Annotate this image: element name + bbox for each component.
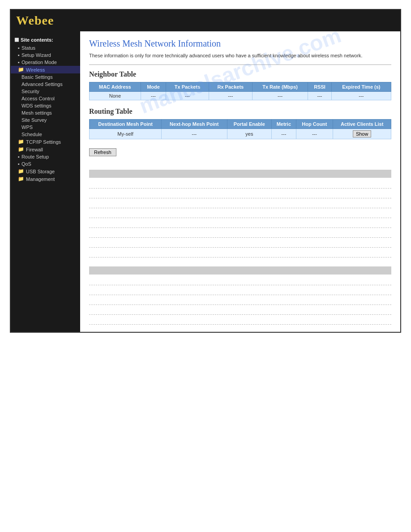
header-bar: Webee xyxy=(11,10,400,31)
line-row xyxy=(89,315,391,325)
line-row xyxy=(89,238,391,248)
line-row xyxy=(89,248,391,257)
neighbor-cell-rssi: --- xyxy=(308,92,331,100)
line-row xyxy=(89,198,391,208)
page-icon-operation: ▪ xyxy=(18,60,20,65)
folder-icon-usb: 📁 xyxy=(18,168,24,174)
neighbor-table-title: Neighbor Table xyxy=(89,70,391,78)
folder-icon-tcpip: 📁 xyxy=(18,139,24,145)
neighbor-col-tx-packets: Tx Packets xyxy=(166,82,209,92)
table-row: None --- --- --- --- --- --- xyxy=(90,92,391,100)
bottom-lines-section-1 xyxy=(89,170,391,257)
routing-col-metric: Metric xyxy=(272,120,296,129)
sidebar-item-access-control[interactable]: Access Control xyxy=(11,95,80,102)
folder-icon-firewall: 📁 xyxy=(18,146,24,152)
neighbor-col-expired: Expired Time (s) xyxy=(331,82,391,92)
sidebar-item-management[interactable]: 📁 Management xyxy=(11,175,80,183)
logo: Webee xyxy=(16,13,54,28)
neighbor-cell-tx-rate: --- xyxy=(252,92,308,100)
sidebar-item-usb-storage[interactable]: 📁 USB Storage xyxy=(11,167,80,175)
sidebar-item-operation-mode[interactable]: ▪ Operation Mode xyxy=(11,59,80,66)
neighbor-col-mode: Mode xyxy=(141,82,166,92)
folder-icon-wireless: 📁 xyxy=(18,67,24,73)
routing-col-active-clients: Active Clients List xyxy=(333,120,391,129)
main-content: manualsarchive.com Wireless Mesh Network… xyxy=(80,31,400,332)
sidebar-item-mesh-settings[interactable]: Mesh settings xyxy=(11,109,80,116)
sidebar-item-wps[interactable]: WPS xyxy=(11,124,80,131)
line-row xyxy=(89,228,391,238)
sidebar-item-security[interactable]: Security xyxy=(11,88,80,95)
section-divider xyxy=(89,64,391,65)
routing-cell-hopcount: --- xyxy=(296,129,333,139)
sidebar-item-schedule[interactable]: Schedule xyxy=(11,131,80,138)
routing-table: Destination Mesh Point Next-hop Mesh Poi… xyxy=(89,119,391,139)
routing-col-portal: Portal Enable xyxy=(227,120,272,129)
neighbor-cell-tx-packets: --- xyxy=(166,92,209,100)
sidebar-item-firewall[interactable]: 📁 Firewall xyxy=(11,146,80,153)
table-row: My-self --- yes --- --- Show xyxy=(90,129,391,139)
sidebar-item-status[interactable]: ▪ Status xyxy=(11,44,80,51)
sidebar: ▦ Site contents: ▪ Status ▪ Setup Wizard… xyxy=(11,31,80,332)
sidebar-item-setup-wizard[interactable]: ▪ Setup Wizard xyxy=(11,51,80,59)
sidebar-item-basic-settings[interactable]: Basic Settings xyxy=(11,73,80,81)
neighbor-col-tx-rate: Tx Rate (Mbps) xyxy=(252,82,308,92)
neighbor-col-mac: MAC Address xyxy=(90,82,141,92)
routing-col-dest: Destination Mesh Point xyxy=(90,120,162,129)
sidebar-item-tcpip-settings[interactable]: 📁 TCP/IP Settings xyxy=(11,138,80,146)
routing-cell-dest: My-self xyxy=(90,129,162,139)
line-row xyxy=(89,189,391,198)
sidebar-item-wds-settings[interactable]: WDS settings xyxy=(11,102,80,109)
sidebar-item-site-survey[interactable]: Site Survey xyxy=(11,116,80,124)
routing-cell-show: Show xyxy=(333,129,391,139)
page-title: Wireless Mesh Network Information xyxy=(89,39,391,49)
section-bar-2 xyxy=(89,266,391,275)
sidebar-item-route-setup[interactable]: ▪ Route Setup xyxy=(11,153,80,160)
page-icon-route: ▪ xyxy=(18,154,20,159)
routing-cell-nexthop: --- xyxy=(162,129,227,139)
routing-col-nexthop: Next-hop Mesh Point xyxy=(162,120,227,129)
routing-cell-metric: --- xyxy=(272,129,296,139)
neighbor-cell-rx-packets: --- xyxy=(209,92,252,100)
routing-table-title: Routing Table xyxy=(89,107,391,116)
neighbor-cell-mode: --- xyxy=(141,92,166,100)
page-description: These information is only for more techn… xyxy=(89,52,391,59)
show-button[interactable]: Show xyxy=(353,130,372,137)
routing-cell-portal: yes xyxy=(227,129,272,139)
line-row xyxy=(89,179,391,189)
folder-icon-management: 📁 xyxy=(18,176,24,182)
line-row xyxy=(89,295,391,305)
sidebar-title: ▦ Site contents: xyxy=(11,35,80,44)
main-container: Webee ▦ Site contents: ▪ Status ▪ Setup … xyxy=(10,9,401,333)
page-icon-setup: ▪ xyxy=(18,52,20,58)
page-icon-qos: ▪ xyxy=(18,161,20,167)
sidebar-grid-icon: ▦ xyxy=(14,37,19,43)
refresh-button[interactable]: Refresh xyxy=(89,148,116,156)
neighbor-cell-mac: None xyxy=(90,92,141,100)
line-row xyxy=(89,275,391,285)
page-wrapper: Webee ▦ Site contents: ▪ Status ▪ Setup … xyxy=(0,0,411,342)
line-row xyxy=(89,285,391,295)
line-row xyxy=(89,218,391,228)
bottom-lines-section-2 xyxy=(89,266,391,325)
routing-col-hopcount: Hop Count xyxy=(296,120,333,129)
sidebar-item-wireless[interactable]: 📁 Wireless xyxy=(11,66,80,73)
neighbor-table: MAC Address Mode Tx Packets Rx Packets T… xyxy=(89,82,391,100)
page-icon-status: ▪ xyxy=(18,45,20,51)
sidebar-item-qos[interactable]: ▪ QoS xyxy=(11,160,80,167)
neighbor-col-rx-packets: Rx Packets xyxy=(209,82,252,92)
sidebar-item-advanced-settings[interactable]: Advanced Settings xyxy=(11,81,80,88)
body-area: ▦ Site contents: ▪ Status ▪ Setup Wizard… xyxy=(11,31,400,332)
neighbor-col-rssi: RSSI xyxy=(308,82,331,92)
section-bar-1 xyxy=(89,170,391,178)
line-row xyxy=(89,208,391,218)
neighbor-cell-expired: --- xyxy=(331,92,391,100)
line-row xyxy=(89,305,391,315)
